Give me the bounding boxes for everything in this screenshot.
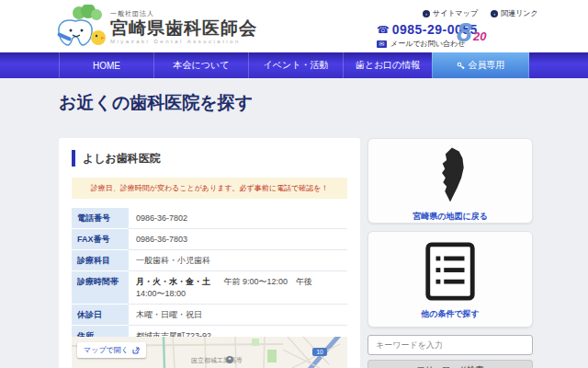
related-links-link[interactable]: › 関連リンク [491, 8, 538, 18]
table-row-phone: 電話番号 0986-36-7802 [72, 208, 347, 229]
freeword-search-button[interactable]: フリーワード検索 [368, 360, 533, 368]
miyazaki-silhouette-icon [429, 145, 471, 204]
row-value: 0986-36-7803 [129, 229, 347, 250]
clinic-open-days: 月・火・水・金・土 [136, 277, 210, 286]
row-value: 月・火・水・金・土 午前 9:00〜12:00 午後 14:00〜18:00 [129, 271, 347, 305]
other-conditions-label: 他の条件で探す [368, 308, 532, 320]
clinic-detail-card: よしお歯科医院 診療日、診療時間が変わることがあります。必ず事前に電話で確認を！… [59, 138, 360, 368]
related-links-label: 関連リンク [501, 8, 538, 18]
row-label: 電話番号 [72, 208, 129, 229]
back-to-map-label: 宮崎県の地図に戻る [368, 211, 532, 223]
open-in-map-button[interactable]: マップで開く [77, 342, 146, 358]
nav-label: イベント・活動 [264, 59, 329, 72]
clinic-map[interactable]: 10 国立都城工業高専 マップで開く [72, 337, 347, 368]
org-name-en: Miyazaki Dental Association [110, 39, 257, 44]
search-other-conditions-card[interactable]: 他の条件で探す [368, 231, 533, 328]
mail-icon: ✉ [377, 40, 387, 48]
logo-text: 一般社団法人 宮崎県歯科医師会 Miyazaki Dental Associat… [110, 9, 257, 44]
condition-list-icon [422, 241, 479, 302]
table-row-fax: FAX番号 0986-36-7803 [72, 229, 347, 250]
open-in-map-label: マップで開く [84, 345, 129, 355]
table-row-hours: 診療時間帯 月・火・水・金・土 午前 9:00〜12:00 午後 14:00〜1… [72, 271, 347, 305]
map-poi-label: 国立都城工業高専 [191, 357, 243, 364]
row-value: 木曜・日曜・祝日 [129, 305, 347, 326]
nav-tab-about[interactable]: 本会について [153, 52, 248, 78]
nav-tab-dental-info[interactable]: 歯とお口の情報 [343, 52, 432, 78]
phone-icon: ☎ [377, 24, 390, 36]
header-utility-links: › サイトマップ › 関連リンク [423, 8, 538, 18]
site-logo-link[interactable]: 一般社団法人 宮崎県歯科医師会 Miyazaki Dental Associat… [55, 5, 257, 48]
mail-label: メールでお問い合わせ [390, 39, 465, 49]
notice-banner: 診療日、診療時間が変わることがあります。必ず事前に電話で確認を！ [72, 178, 347, 199]
row-label: FAX番号 [72, 229, 129, 250]
page: 一般社団法人 宮崎県歯科医師会 Miyazaki Dental Associat… [0, 0, 588, 368]
route-shield-number: 10 [316, 349, 323, 355]
keyword-input[interactable] [368, 335, 533, 355]
8020-logo: 8 20 [457, 20, 503, 48]
nav-label: 会員専用 [469, 59, 505, 72]
nav-spacer [0, 52, 59, 78]
key-icon [457, 62, 465, 70]
org-name: 宮崎県歯科医師会 [110, 18, 257, 38]
page-title: お近くの歯科医院を探す [59, 91, 253, 115]
table-row-departments: 診療科目 一般歯科・小児歯科 [72, 250, 347, 271]
mascot-icon [55, 5, 107, 48]
row-value: 一般歯科・小児歯科 [129, 250, 347, 271]
org-type: 一般社団法人 [110, 9, 257, 18]
nav-tab-home[interactable]: HOME [59, 52, 153, 78]
nav-label: 本会について [174, 59, 230, 72]
table-row-closed: 休診日 木曜・日曜・祝日 [72, 305, 347, 326]
8020-eight: 8 [457, 17, 472, 48]
nav-tab-events[interactable]: イベント・活動 [248, 52, 343, 78]
circle-arrow-icon: › [491, 10, 498, 17]
row-value: 0986-36-7802 [129, 208, 347, 229]
nav-label: 歯とお口の情報 [356, 59, 421, 72]
site-header: 一般社団法人 宮崎県歯科医師会 Miyazaki Dental Associat… [0, 0, 588, 52]
clinic-name: よしお歯科医院 [72, 150, 347, 167]
main-nav: HOME 本会について イベント・活動 歯とお口の情報 会員専用 [0, 52, 588, 78]
circle-arrow-icon: › [423, 10, 430, 17]
row-label: 診療時間帯 [72, 271, 129, 305]
external-link-icon [132, 347, 140, 354]
nav-label: HOME [93, 61, 120, 71]
back-to-prefecture-map-card[interactable]: 宮崎県の地図に戻る [368, 138, 533, 224]
8020-twenty: 20 [473, 29, 486, 43]
row-label: 診療科目 [72, 250, 129, 271]
row-label: 休診日 [72, 305, 129, 326]
nav-tab-members-only[interactable]: 会員専用 [432, 52, 529, 78]
